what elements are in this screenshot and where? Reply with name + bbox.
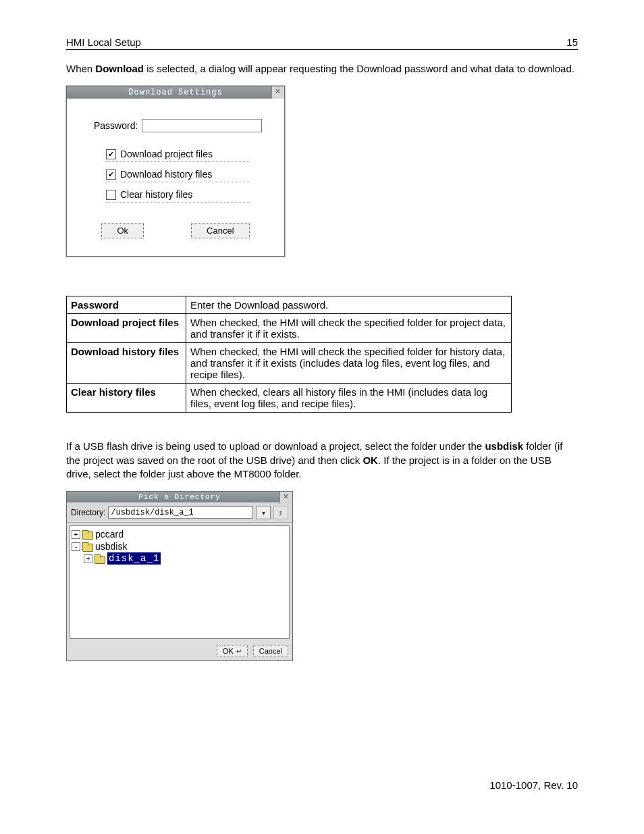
tree-item-disk-a-1[interactable]: +disk_a_1 — [72, 552, 288, 565]
collapse-icon[interactable]: - — [72, 542, 80, 551]
up-folder-icon[interactable]: ⮭ — [273, 506, 288, 519]
tree-item-pccard[interactable]: +pccard — [72, 528, 288, 540]
checkbox-icon: ✔ — [106, 149, 116, 159]
directory-tree[interactable]: +pccard -usbdisk +disk_a_1 — [70, 525, 290, 639]
header-title: HMI Local Setup — [66, 36, 141, 48]
dialog-title: Download Settings — [128, 88, 222, 97]
folder-icon — [95, 554, 105, 563]
table-value: When checked, the HMI will check the spe… — [186, 314, 512, 343]
close-icon[interactable]: × — [279, 492, 292, 504]
password-label: Password: — [94, 120, 138, 131]
checkbox-list: ✔ Download project files ✔ Download hist… — [106, 149, 271, 203]
intro-paragraph: When Download is selected, a dialog will… — [66, 62, 578, 76]
cancel-button[interactable]: Cancel — [253, 646, 288, 656]
directory-input[interactable] — [108, 506, 253, 519]
checkbox-icon: ✔ — [106, 170, 116, 180]
cancel-button[interactable]: Cancel — [191, 223, 249, 238]
usb-note-paragraph: If a USB flash drive is being used to up… — [66, 440, 578, 481]
directory-label: Directory: — [71, 508, 105, 517]
table-row: Download project files When checked, the… — [67, 314, 512, 343]
dialog-titlebar: Pick a Directory × — [67, 492, 292, 502]
tree-label: pccard — [95, 528, 124, 540]
dialog-title: Pick a Directory — [138, 493, 221, 501]
checkbox-label: Download history files — [120, 169, 212, 180]
tree-item-usbdisk[interactable]: -usbdisk — [72, 540, 288, 552]
table-key: Password — [67, 296, 186, 314]
ok-button[interactable]: Ok — [101, 223, 144, 238]
header-page-number: 15 — [566, 36, 578, 48]
tree-label: disk_a_1 — [107, 552, 161, 565]
close-icon[interactable]: × — [271, 86, 284, 99]
table-key: Download history files — [67, 343, 186, 384]
table-value: When checked, the HMI will check the spe… — [186, 343, 512, 384]
document-footer: 1010-1007, Rev. 10 — [489, 779, 578, 791]
dropdown-icon[interactable]: ▾ — [256, 506, 271, 519]
table-row: Download history files When checked, the… — [67, 343, 512, 384]
pick-directory-dialog: Pick a Directory × Directory: ▾ ⮭ +pccar… — [66, 491, 293, 661]
checkbox-clear-history-files[interactable]: Clear history files — [106, 189, 249, 203]
ok-button[interactable]: OK ↵ — [217, 646, 248, 656]
checkbox-download-history-files[interactable]: ✔ Download history files — [106, 169, 249, 182]
table-key: Download project files — [67, 314, 186, 343]
table-row: Password Enter the Download password. — [67, 296, 512, 314]
enter-icon: ↵ — [236, 648, 242, 655]
expand-icon[interactable]: + — [72, 530, 80, 539]
checkbox-label: Clear history files — [120, 189, 192, 200]
tree-label: usbdisk — [95, 540, 127, 552]
password-input[interactable] — [142, 119, 262, 132]
page-header: HMI Local Setup 15 — [66, 36, 578, 50]
table-key: Clear history files — [67, 384, 186, 413]
checkbox-label: Download project files — [120, 149, 213, 159]
table-row: Clear history files When checked, clears… — [67, 384, 512, 413]
settings-description-table: Password Enter the Download password. Do… — [66, 296, 512, 413]
folder-icon — [82, 542, 93, 551]
table-value: When checked, clears all history files i… — [186, 384, 512, 413]
table-value: Enter the Download password. — [186, 296, 512, 314]
download-settings-dialog: Download Settings × Password: ✔ Download… — [66, 86, 285, 257]
checkbox-icon — [106, 190, 116, 200]
checkbox-download-project-files[interactable]: ✔ Download project files — [106, 149, 249, 162]
folder-icon — [82, 530, 93, 539]
dialog-titlebar: Download Settings × — [67, 86, 284, 99]
expand-icon[interactable]: + — [84, 554, 92, 563]
